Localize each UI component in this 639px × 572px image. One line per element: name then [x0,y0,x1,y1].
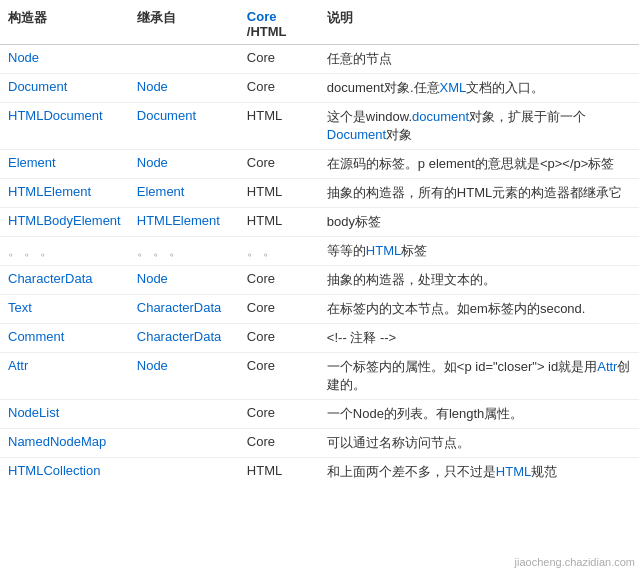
cell-constructor: HTMLDocument [0,103,129,150]
desc-text: 等等的 [327,243,366,258]
cell-desc: document对象.任意XML文档的入口。 [319,74,639,103]
constructor-link[interactable]: HTMLCollection [8,463,100,478]
main-container: 构造器 继承自 Core /HTML 说明 NodeCore任意的节点Docum… [0,0,639,572]
desc-text: 在标签内的文本节点。如em标签内的second. [327,301,586,316]
cell-desc: <!-- 注释 --> [319,324,639,353]
cell-constructor: Text [0,295,129,324]
desc-link[interactable]: Document [327,127,386,142]
table-row: HTMLElementElementHTML抽象的构造器，所有的HTML元素的构… [0,179,639,208]
cell-desc: 等等的HTML标签 [319,237,639,266]
cell-corehtml: Core [239,353,319,400]
inherits-link[interactable]: CharacterData [137,300,222,315]
constructor-link[interactable]: Text [8,300,32,315]
cell-inherits: Node [129,266,239,295]
constructor-link[interactable]: NodeList [8,405,59,420]
constructor-link[interactable]: HTMLElement [8,184,91,199]
desc-text: 一个Node的列表。有length属性。 [327,406,524,421]
constructor-link[interactable]: Node [8,50,39,65]
constructor-link[interactable]: NamedNodeMap [8,434,106,449]
corehtml-value: Core [247,79,275,94]
cell-constructor: 。。。 [0,237,129,266]
inherits-text: 。。。 [137,243,185,258]
cell-inherits: Document [129,103,239,150]
inherits-link[interactable]: HTMLElement [137,213,220,228]
header-corehtml: Core /HTML [239,4,319,45]
desc-link[interactable]: HTML [496,464,531,479]
inherits-link[interactable]: Node [137,271,168,286]
constructor-link[interactable]: HTMLBodyElement [8,213,121,228]
inherits-link[interactable]: Node [137,155,168,170]
cell-inherits: Node [129,74,239,103]
desc-text: 抽象的构造器，处理文本的。 [327,272,496,287]
corehtml-value: HTML [247,184,282,199]
table-body: NodeCore任意的节点DocumentNodeCoredocument对象.… [0,45,639,487]
cell-desc: 抽象的构造器，所有的HTML元素的构造器都继承它 [319,179,639,208]
cell-desc: body标签 [319,208,639,237]
cell-corehtml: Core [239,45,319,74]
desc-text: <!-- 注释 --> [327,330,396,345]
cell-constructor: HTMLElement [0,179,129,208]
desc-link[interactable]: Attr [597,359,617,374]
cell-corehtml: Core [239,150,319,179]
cell-inherits: CharacterData [129,295,239,324]
table-row: 。。。。。。。。等等的HTML标签 [0,237,639,266]
cell-constructor: NamedNodeMap [0,429,129,458]
desc-link[interactable]: HTML [366,243,401,258]
cell-desc: 在源码的标签。p element的意思就是<p></p>标签 [319,150,639,179]
corehtml-value: Core [247,50,275,65]
corehtml-value: Core [247,271,275,286]
corehtml-value: Core [247,434,275,449]
table-row: ElementNodeCore在源码的标签。p element的意思就是<p><… [0,150,639,179]
cell-corehtml: Core [239,266,319,295]
corehtml-value: HTML [247,108,282,123]
cell-corehtml: HTML [239,103,319,150]
table-row: HTMLBodyElementHTMLElementHTMLbody标签 [0,208,639,237]
cell-corehtml: HTML [239,208,319,237]
inherits-link[interactable]: Node [137,79,168,94]
constructor-link[interactable]: Document [8,79,67,94]
cell-corehtml: Core [239,400,319,429]
table-row: CharacterDataNodeCore抽象的构造器，处理文本的。 [0,266,639,295]
inherits-link[interactable]: Node [137,358,168,373]
cell-constructor: CharacterData [0,266,129,295]
cell-constructor: HTMLCollection [0,458,129,487]
desc-text: body标签 [327,214,381,229]
corehtml-value: Core [247,329,275,344]
desc-text: 可以通过名称访问节点。 [327,435,470,450]
header-desc: 说明 [319,4,639,45]
cell-desc: 抽象的构造器，处理文本的。 [319,266,639,295]
cell-corehtml: HTML [239,458,319,487]
constructor-link[interactable]: Comment [8,329,64,344]
constructor-link[interactable]: HTMLDocument [8,108,103,123]
cell-constructor: Comment [0,324,129,353]
desc-link[interactable]: XML [440,80,467,95]
inherits-link[interactable]: Element [137,184,185,199]
desc-link[interactable]: document [412,109,469,124]
cell-corehtml: 。。 [239,237,319,266]
cell-inherits: 。。。 [129,237,239,266]
desc-text: 对象，扩展于前一个 [469,109,586,124]
cell-desc: 一个Node的列表。有length属性。 [319,400,639,429]
cell-constructor: Node [0,45,129,74]
table-row: NamedNodeMapCore可以通过名称访问节点。 [0,429,639,458]
constructor-link[interactable]: Attr [8,358,28,373]
desc-text: 任意的节点 [327,51,392,66]
constructor-link[interactable]: Element [8,155,56,170]
cell-corehtml: Core [239,295,319,324]
constructor-link[interactable]: CharacterData [8,271,93,286]
desc-text: 对象 [386,127,412,142]
header-inherits: 继承自 [129,4,239,45]
corehtml-value: Core [247,155,275,170]
inherits-link[interactable]: Document [137,108,196,123]
cell-inherits: Element [129,179,239,208]
inherits-link[interactable]: CharacterData [137,329,222,344]
constructor-text: 。。。 [8,243,56,258]
corehtml-value: HTML [247,463,282,478]
corehtml-value: Core [247,300,275,315]
table-row: AttrNodeCore一个标签内的属性。如<p id="closer"> id… [0,353,639,400]
desc-text: 一个标签内的属性。如<p id="closer"> id就是用 [327,359,597,374]
desc-text: 规范 [531,464,557,479]
desc-text: 这个是window. [327,109,412,124]
table-row: TextCharacterDataCore在标签内的文本节点。如em标签内的se… [0,295,639,324]
desc-text: 文档的入口。 [466,80,544,95]
